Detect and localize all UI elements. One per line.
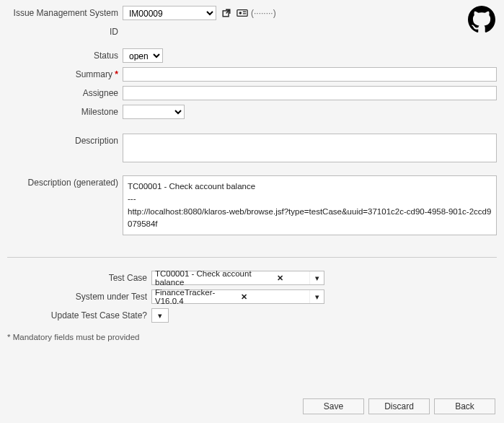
test-case-select[interactable]: TC00001 - Check account balance ✕ ▾ [151, 271, 324, 285]
status-select[interactable]: open [123, 48, 163, 63]
chevron-down-icon[interactable]: ▾ [309, 290, 324, 303]
description-generated-box: TC00001 - Check account balance --- http… [123, 175, 497, 235]
discard-button[interactable]: Discard [368, 398, 430, 414]
chevron-down-icon[interactable]: ▾ [309, 271, 324, 284]
remove-icon[interactable]: ✕ [236, 292, 252, 302]
github-logo [468, 6, 495, 33]
remove-icon[interactable]: ✕ [273, 274, 288, 283]
mandatory-note: * Mandatory fields must be provided [7, 333, 497, 341]
svg-point-2 [239, 12, 242, 14]
generated-line: http://localhost:8080/klaros-web/browse.… [128, 206, 492, 231]
sut-select[interactable]: FinanceTracker-V16.0.4 ✕ ▾ [151, 289, 324, 304]
label-description-generated: Description (generated) [7, 175, 123, 188]
label-milestone: Milestone [7, 105, 123, 117]
summary-input[interactable] [123, 67, 497, 82]
label-update-state: Update Test Case State? [7, 308, 151, 320]
id-badge-icon[interactable] [236, 7, 248, 19]
label-status: Status [7, 48, 123, 61]
label-assignee: Assignee [7, 86, 123, 98]
generated-line: --- [128, 193, 492, 205]
generated-line: TC00001 - Check account balance [128, 180, 492, 193]
back-button[interactable]: Back [434, 398, 495, 414]
label-test-case: Test Case [7, 271, 151, 283]
chevron-down-icon: ▾ [158, 311, 162, 320]
label-ims: Issue Management System [7, 6, 123, 18]
label-description: Description [7, 134, 123, 146]
test-case-selected: TC00001 - Check account balance [155, 269, 273, 287]
svg-rect-1 [237, 10, 247, 17]
milestone-select[interactable] [123, 105, 185, 119]
ims-select[interactable]: IM00009 [123, 6, 216, 20]
assignee-input[interactable] [123, 86, 497, 100]
label-summary: Summary [7, 67, 123, 79]
button-bar: Save Discard Back [303, 398, 495, 414]
sut-selected: FinanceTracker-V16.0.4 [155, 288, 236, 305]
credentials-mask: (········) [251, 8, 276, 18]
save-button[interactable]: Save [303, 398, 364, 414]
label-sut: System under Test [7, 289, 151, 302]
section-divider [7, 257, 497, 258]
update-state-select[interactable]: ▾ [151, 308, 169, 323]
description-textarea[interactable] [123, 134, 497, 162]
label-id: ID [7, 25, 123, 37]
external-link-icon[interactable] [221, 7, 232, 19]
